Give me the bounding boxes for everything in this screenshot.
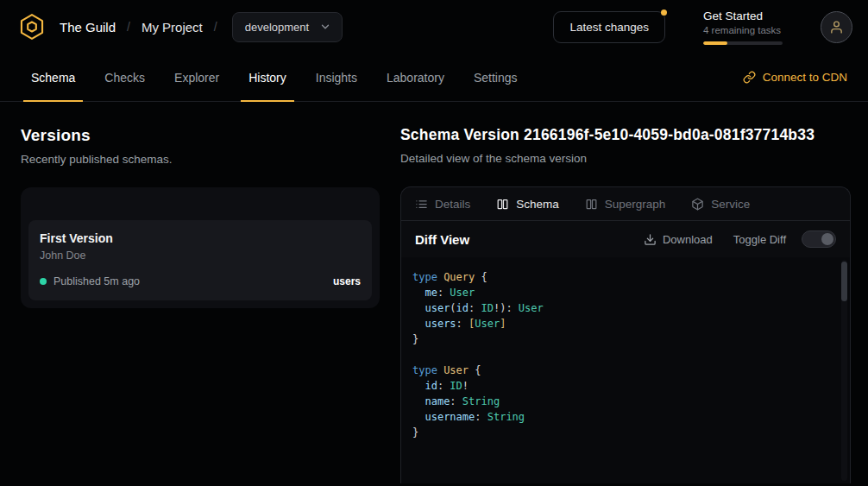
- toggle-diff-switch[interactable]: [802, 230, 836, 248]
- breadcrumb: The Guild / My Project / development: [60, 12, 343, 42]
- breadcrumb-separator: /: [127, 20, 130, 34]
- detail-tab-service[interactable]: Service: [691, 198, 750, 211]
- version-detail-card: DetailsSchemaSupergraphService Diff View…: [400, 186, 851, 483]
- detail-tab-details[interactable]: Details: [415, 198, 470, 211]
- cube-icon: [691, 198, 704, 211]
- published-status-dot: [40, 278, 47, 285]
- tab-laboratory[interactable]: Laboratory: [379, 54, 452, 101]
- version-detail-subtitle: Detailed view of the schema version: [400, 152, 851, 165]
- diff-actions: Download Toggle Diff: [638, 230, 836, 248]
- toggle-knob: [821, 233, 833, 245]
- columns-icon: [496, 198, 509, 211]
- get-started-subtitle: 4 remaining tasks: [703, 25, 783, 35]
- breadcrumb-separator: /: [214, 20, 217, 34]
- list-icon: [415, 198, 428, 211]
- breadcrumb-org[interactable]: The Guild: [60, 20, 116, 35]
- user-icon: [829, 20, 844, 35]
- tab-history[interactable]: History: [241, 54, 294, 101]
- download-button[interactable]: Download: [638, 232, 718, 247]
- code-line: me: User: [412, 285, 833, 300]
- version-author: John Doe: [40, 249, 361, 262]
- diff-header: Diff View Download Toggle Diff: [401, 221, 850, 257]
- download-label: Download: [663, 233, 713, 246]
- detail-tab-label: Details: [435, 198, 470, 211]
- detail-tab-schema[interactable]: Schema: [496, 198, 559, 211]
- detail-tab-label: Supergraph: [605, 198, 666, 211]
- version-footer: Published 5m ago users: [40, 275, 361, 287]
- versions-subtitle: Recently published schemas.: [21, 153, 380, 166]
- detail-tab-label: Schema: [516, 198, 559, 211]
- versions-card: First Version John Doe Published 5m ago …: [21, 187, 380, 308]
- code-line: id: ID!: [412, 378, 833, 394]
- main-content: Versions Recently published schemas. Fir…: [0, 102, 868, 486]
- versions-title: Versions: [21, 126, 380, 145]
- environment-selector[interactable]: development: [232, 12, 343, 42]
- latest-changes-label: Latest changes: [569, 21, 649, 34]
- download-icon: [644, 233, 657, 246]
- connect-cdn-label: Connect to CDN: [763, 71, 847, 84]
- code-line: users: [User]: [412, 316, 833, 331]
- get-started-widget[interactable]: Get Started 4 remaining tasks: [703, 9, 783, 45]
- code-line: type Query {: [412, 269, 833, 285]
- environment-selector-value: development: [245, 21, 309, 34]
- latest-changes-button[interactable]: Latest changes: [553, 11, 665, 43]
- top-bar: The Guild / My Project / development Lat…: [0, 0, 868, 54]
- tab-checks[interactable]: Checks: [97, 54, 153, 101]
- schema-code-viewer[interactable]: type Query { me: User user(id: ID!): Use…: [401, 257, 850, 483]
- main-nav-tabs: SchemaChecksExplorerHistoryInsightsLabor…: [23, 54, 539, 101]
- code-line: type User {: [412, 363, 833, 378]
- tab-settings[interactable]: Settings: [466, 54, 525, 101]
- tab-explorer[interactable]: Explorer: [167, 54, 227, 101]
- code-line: username: String: [412, 409, 833, 425]
- main-nav: SchemaChecksExplorerHistoryInsightsLabor…: [0, 54, 868, 102]
- diff-view-title: Diff View: [415, 232, 469, 247]
- code-line: [412, 347, 833, 363]
- link-icon: [743, 71, 756, 84]
- code-line: }: [412, 425, 833, 440]
- version-service-badge: users: [333, 275, 361, 287]
- user-avatar[interactable]: [821, 11, 852, 43]
- version-detail-panel: Schema Version 2166196f-5e10-4059-bd0a-0…: [400, 126, 851, 486]
- version-name: First Version: [40, 231, 361, 245]
- detail-tabs: DetailsSchemaSupergraphService: [401, 187, 850, 221]
- versions-panel: Versions Recently published schemas. Fir…: [21, 126, 380, 486]
- connect-cdn-link[interactable]: Connect to CDN: [743, 54, 847, 101]
- breadcrumb-project[interactable]: My Project: [142, 20, 203, 35]
- notification-dot: [661, 9, 667, 16]
- toggle-diff-label: Toggle Diff: [733, 233, 786, 246]
- code-line: name: String: [412, 394, 833, 409]
- columns-icon: [585, 198, 598, 211]
- detail-tab-supergraph[interactable]: Supergraph: [585, 198, 666, 211]
- get-started-progress-bar: [703, 41, 783, 45]
- scrollbar-thumb[interactable]: [841, 262, 847, 301]
- version-status: Published 5m ago: [53, 275, 140, 287]
- code-line: user(id: ID!): User: [412, 300, 833, 316]
- tab-insights[interactable]: Insights: [308, 54, 365, 101]
- schema-sdl-code: type Query { me: User user(id: ID!): Use…: [401, 257, 850, 440]
- scrollbar: [841, 260, 847, 481]
- get-started-title: Get Started: [703, 9, 783, 22]
- version-list-item[interactable]: First Version John Doe Published 5m ago …: [28, 220, 372, 300]
- get-started-progress-fill: [703, 41, 727, 45]
- tab-schema[interactable]: Schema: [23, 54, 83, 101]
- detail-tab-label: Service: [711, 198, 750, 211]
- version-detail-title: Schema Version 2166196f-5e10-4059-bd0a-0…: [400, 126, 851, 144]
- chevron-down-icon: [319, 21, 331, 33]
- hive-logo-icon[interactable]: [17, 12, 47, 41]
- code-line: }: [412, 331, 833, 347]
